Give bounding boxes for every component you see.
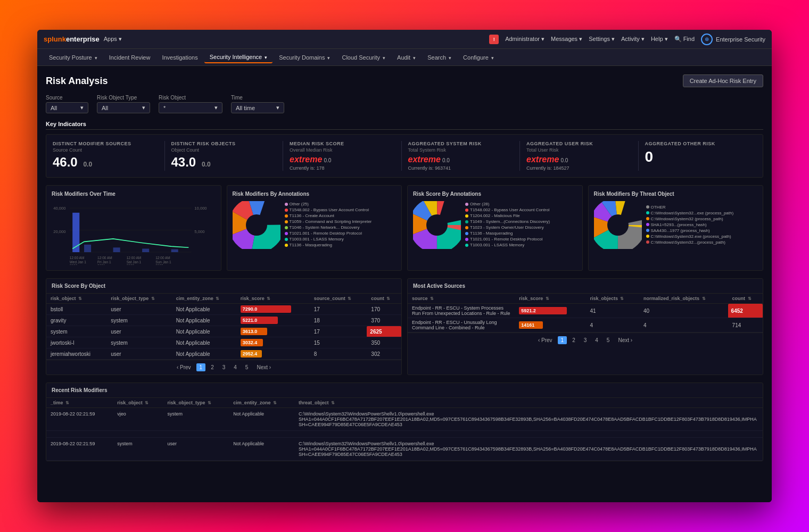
risk-object-type-select[interactable]: All ▾: [97, 102, 150, 113]
col-normalized[interactable]: normalized_risk_objects ⇅: [639, 294, 728, 304]
apps-menu[interactable]: Apps ▾: [104, 36, 122, 43]
page-5-button[interactable]: 5: [242, 363, 252, 371]
legend-item: T1059 - Command and Scripting Interprete…: [285, 219, 372, 224]
legend-item: T1049 - System...(Connections Discovery): [465, 219, 550, 224]
page-5-button-mas[interactable]: 5: [604, 336, 613, 344]
logo-suffix: enterprise: [66, 35, 100, 43]
pie-container-3: OTHER C:\Windows\System32...exe (process…: [594, 201, 758, 249]
page-2-button[interactable]: 2: [208, 363, 217, 371]
chart-area-3: OTHER C:\Windows\System32...exe (process…: [594, 201, 758, 265]
page-4-button-mas[interactable]: 4: [592, 336, 601, 344]
prev-button[interactable]: ‹ Prev: [174, 363, 194, 371]
col-risk-score-mas[interactable]: risk_score ⇅: [515, 294, 585, 304]
legend-item: T1136 - Masquerading: [285, 243, 372, 247]
legend-list-2: Other (28) T1548.002 - Bypass User Accou…: [465, 202, 550, 248]
nav-security-posture[interactable]: Security Posture ▾: [44, 52, 103, 63]
col-risk-objects[interactable]: risk_objects ⇅: [585, 294, 639, 304]
legend-item: C:\Windows\System32 (process_path): [646, 217, 734, 221]
most-active-sources-card: Most Active Sources source ⇅ risk_score …: [407, 278, 763, 375]
svg-text:5,000: 5,000: [194, 229, 204, 234]
col-risk-object-rrm[interactable]: risk_object ⇅: [113, 398, 163, 408]
score-bar: 5921.2: [519, 307, 567, 314]
nav-configure[interactable]: Configure ▾: [458, 52, 499, 63]
pie-svg-3: [594, 201, 642, 249]
col-source-count[interactable]: source_count ⇅: [310, 294, 367, 304]
col-risk-object-type-rrm[interactable]: risk_object_type ⇅: [163, 398, 229, 408]
ind-title-3: AGGREGATED SYSTEM RISK: [408, 141, 514, 146]
ind-title-0: DISTINCT MODIFIER SOURCES: [53, 141, 158, 146]
risk-score-by-object-card: Risk Score By Object risk_object ⇅ risk_…: [46, 278, 402, 375]
legend-item: Other (25): [285, 202, 372, 206]
col-count[interactable]: count ⇅: [367, 294, 401, 304]
indicator-median-risk-score: MEDIAN RISK SCORE Overall Median Risk ex…: [290, 141, 402, 171]
enterprise-security-label: Enterprise Security: [716, 36, 765, 43]
nav-audit[interactable]: Audit ▾: [392, 52, 421, 63]
page-1-button-mas[interactable]: 1: [558, 336, 567, 344]
recent-risk-modifiers-card: Recent Risk Modifiers _time ⇅ risk_objec…: [46, 383, 763, 461]
score-bar: 14161: [519, 321, 543, 329]
legend-item: Other (28): [465, 202, 550, 206]
ind-value-1: 43.0 0.0: [171, 155, 277, 170]
nav-investigations[interactable]: Investigations: [156, 52, 203, 63]
next-button-mas[interactable]: Next ›: [615, 336, 635, 344]
col-count-mas[interactable]: count ⇅: [728, 294, 763, 304]
nav-cloud-security[interactable]: Cloud Security ▾: [336, 52, 391, 63]
col-risk-object[interactable]: risk_object ⇅: [46, 294, 106, 304]
score-bar: 5221.0: [241, 317, 278, 324]
svg-point-47: [607, 214, 629, 236]
search-button[interactable]: 🔍 Find: [674, 36, 695, 43]
app-window: splunkenterprise Apps ▾ ! Administrator …: [37, 30, 772, 502]
indicator-aggregated-other-risk: AGGREGATED OTHER RISK 0: [645, 141, 757, 171]
secondary-nav: Security Posture ▾ Incident Review Inves…: [37, 49, 772, 66]
page-1-button[interactable]: 1: [196, 363, 206, 371]
svg-text:2023: 2023: [155, 264, 163, 265]
activity-menu[interactable]: Activity ▾: [621, 36, 645, 43]
svg-rect-10: [142, 248, 149, 252]
nav-security-domains[interactable]: Security Domains ▾: [274, 52, 335, 63]
risk-object-select[interactable]: * ▾: [159, 102, 222, 113]
nav-security-intelligence[interactable]: Security Intelligence ▾: [204, 52, 273, 63]
col-time[interactable]: _time ⇅: [46, 398, 113, 408]
page-4-button[interactable]: 4: [230, 363, 240, 371]
source-filter: Source All ▾: [46, 95, 88, 113]
tables-row: Risk Score By Object risk_object ⇅ risk_…: [46, 278, 763, 375]
globe-icon: ⊕: [701, 34, 713, 45]
settings-menu[interactable]: Settings ▾: [589, 36, 615, 43]
col-threat-object[interactable]: threat_object ⇅: [294, 398, 763, 408]
time-select[interactable]: All time ▾: [231, 102, 284, 113]
col-source[interactable]: source ⇅: [408, 294, 515, 304]
key-indicators: DISTINCT MODIFIER SOURCES Source Count 4…: [46, 134, 763, 178]
col-cim-entity-zone-rrm[interactable]: cim_entity_zone ⇅: [229, 398, 294, 408]
create-adhoc-button[interactable]: Create Ad-Hoc Risk Entry: [683, 74, 763, 87]
legend-item: C:\Windows\System32...exe (process_path): [646, 211, 734, 215]
table-row: 2019-08-22 02:21:59 system user Not Appl…: [46, 438, 763, 461]
col-risk-object-type[interactable]: risk_object_type ⇅: [106, 294, 171, 304]
legend-item: T1136 - Create Account: [285, 213, 372, 218]
source-select[interactable]: All ▾: [46, 102, 88, 113]
recent-risk-modifiers-table: _time ⇅ risk_object ⇅ risk_object_type ⇅…: [46, 398, 763, 461]
ind-title-5: AGGREGATED OTHER RISK: [645, 141, 750, 146]
table-row: 2019-08-22 02:21:59 vjeo system Not Appl…: [46, 408, 763, 431]
page-3-button-mas[interactable]: 3: [581, 336, 590, 344]
ind-title-2: MEDIAN RISK SCORE: [290, 141, 395, 146]
prev-button-mas[interactable]: ‹ Prev: [535, 336, 556, 344]
col-cim-entity-zone[interactable]: cim_entity_zone ⇅: [172, 294, 236, 304]
next-button[interactable]: Next ›: [253, 363, 274, 371]
page-3-button[interactable]: 3: [219, 363, 229, 371]
admin-menu[interactable]: Administrator ▾: [505, 36, 544, 43]
legend-item: T1023 - System Owner/User Discovery: [465, 225, 550, 230]
threat-cell: C:\Windows\System32\WindowsPowerShellv1.…: [294, 408, 763, 431]
nav-search[interactable]: Search ▾: [422, 52, 457, 63]
svg-text:12:00 AM: 12:00 AM: [97, 256, 112, 260]
nav-incident-review[interactable]: Incident Review: [104, 52, 156, 63]
chart-area-0: 40,000 20,000 10,000 5,000: [52, 201, 216, 265]
help-menu[interactable]: Help ▾: [651, 36, 668, 43]
time-label: Time: [231, 95, 284, 101]
notification-icon: !: [489, 35, 499, 44]
page-2-button-mas[interactable]: 2: [569, 336, 579, 344]
table-row: jeremiahwortoski user Not Applicable 295…: [46, 348, 401, 360]
risk-score-pagination: ‹ Prev 1 2 3 4 5 Next ›: [46, 360, 401, 375]
messages-menu[interactable]: Messages ▾: [551, 36, 582, 43]
col-risk-score[interactable]: risk_score ⇅: [236, 294, 310, 304]
indicator-distinct-risk-objects: DISTINCT RISK OBJECTS Object Count 43.0 …: [171, 141, 284, 171]
